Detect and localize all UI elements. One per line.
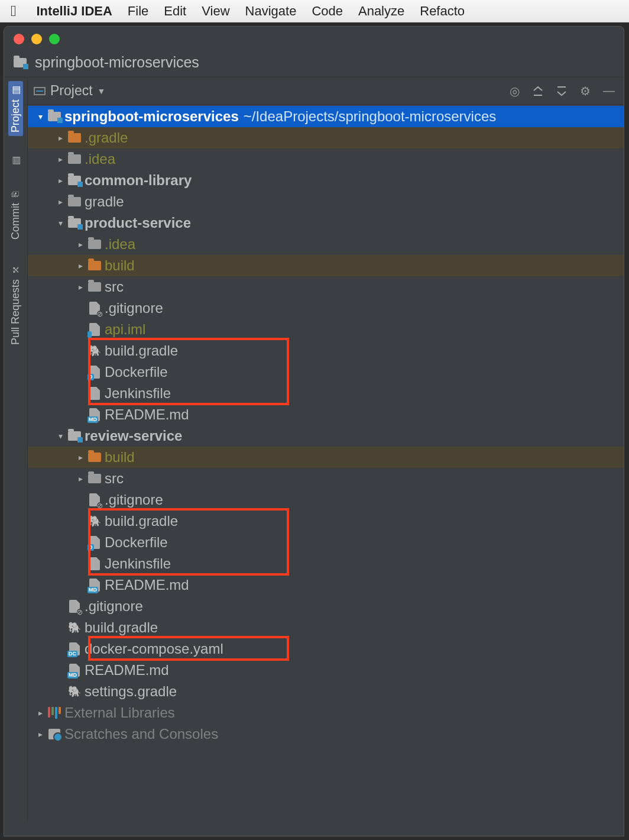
tree-row-review-service[interactable]: ▾review-service — [28, 425, 624, 447]
gradle-file-icon: 🐘 — [67, 622, 82, 633]
tree-label: Jenkinsfile — [105, 385, 171, 402]
folder-icon — [87, 282, 102, 292]
window-close-icon[interactable] — [14, 34, 24, 44]
hide-panel-icon[interactable]: — — [600, 82, 618, 100]
tree-label: gradle — [85, 193, 124, 210]
tree-row-rs-build[interactable]: ▸build — [28, 447, 624, 468]
menu-view[interactable]: View — [202, 4, 229, 19]
tree-label: settings.gradle — [85, 683, 177, 700]
tree-row-common-lib[interactable]: ▸common-library — [28, 170, 624, 191]
chevron-right-icon[interactable]: ▸ — [34, 729, 47, 739]
tree-row-ps-buildgradle[interactable]: 🐘build.gradle — [28, 340, 624, 361]
tree-row-rs-gitignore[interactable]: .gitignore — [28, 489, 624, 511]
expand-all-icon[interactable] — [529, 82, 547, 100]
chevron-down-icon[interactable]: ▾ — [54, 431, 67, 441]
file-icon — [87, 557, 102, 570]
menu-analyze[interactable]: Analyze — [358, 4, 404, 19]
tree-row-root[interactable]: ▾springboot-microservices~/IdeaProjects/… — [28, 106, 624, 127]
collapse-all-icon[interactable] — [553, 82, 570, 100]
tree-row-ps-readme[interactable]: MDREADME.md — [28, 404, 624, 425]
pull-request-icon: ⤱ — [10, 266, 21, 274]
tool-tab-project[interactable]: Project ▥ — [8, 81, 23, 136]
tool-tab-pull-requests[interactable]: Pull Requests ⤱ — [8, 261, 23, 348]
menu-navigate[interactable]: Navigate — [245, 4, 297, 19]
tree-row-ps-gitignore[interactable]: .gitignore — [28, 298, 624, 319]
tree-row-root-settings[interactable]: 🐘settings.gradle — [28, 681, 624, 702]
menu-refactor[interactable]: Refacto — [420, 4, 465, 19]
tool-tab-commit[interactable]: Commit ⎘ — [8, 185, 23, 243]
tree-label: docker-compose.yaml — [85, 641, 223, 657]
tree-row-ps-build[interactable]: ▸build — [28, 255, 624, 276]
tool-tab-structure[interactable]: ▤ — [10, 154, 21, 167]
chevron-down-icon[interactable]: ▾ — [34, 112, 47, 121]
project-view-selector[interactable]: Project ▼ — [34, 83, 105, 99]
chevron-right-icon[interactable]: ▸ — [74, 240, 87, 249]
tree-label: api.iml — [105, 321, 145, 338]
module-folder-icon — [67, 176, 82, 185]
menu-file[interactable]: File — [128, 4, 148, 19]
chevron-right-icon[interactable]: ▸ — [54, 176, 67, 185]
tree-row-scratches[interactable]: ▸Scratches and Consoles — [28, 723, 624, 745]
tree-label: README.md — [105, 577, 189, 593]
folder-icon — [87, 474, 102, 483]
locate-icon[interactable]: ◎ — [505, 82, 523, 100]
tree-row-rs-jenkins[interactable]: Jenkinsfile — [28, 553, 624, 574]
tree-row-gradle-dir[interactable]: ▸gradle — [28, 191, 624, 212]
tree-row-ext-libs[interactable]: ▸External Libraries — [28, 702, 624, 723]
chevron-right-icon[interactable]: ▸ — [74, 282, 87, 292]
tree-row-rs-src[interactable]: ▸src — [28, 468, 624, 489]
tree-label: common-library — [85, 172, 192, 189]
tree-row-ps-idea[interactable]: ▸.idea — [28, 234, 624, 255]
tree-row-ps-src[interactable]: ▸src — [28, 276, 624, 298]
window-controls — [4, 27, 624, 48]
folder-icon — [87, 240, 102, 249]
tree-row-gradle-dot[interactable]: ▸.gradle — [28, 127, 624, 148]
navigation-bar[interactable]: springboot-microservices — [4, 48, 624, 77]
module-folder-icon — [67, 431, 82, 441]
file-icon — [87, 387, 102, 400]
apple-logon-icon[interactable]:  — [11, 2, 17, 20]
module-folder-icon — [67, 218, 82, 228]
tree-row-ps-apiiml[interactable]: api.iml — [28, 319, 624, 340]
window-minimize-icon[interactable] — [31, 34, 42, 44]
chevron-down-icon[interactable]: ▾ — [54, 218, 67, 228]
project-view-icon — [34, 87, 46, 95]
tree-label: Dockerfile — [105, 534, 168, 551]
tree-row-idea-dot[interactable]: ▸.idea — [28, 148, 624, 170]
chevron-right-icon[interactable]: ▸ — [54, 197, 67, 206]
menubar-app-name[interactable]: IntelliJ IDEA — [37, 4, 112, 19]
tree-row-root-dockercompose[interactable]: DCdocker-compose.yaml — [28, 638, 624, 660]
chevron-right-icon[interactable]: ▸ — [34, 708, 47, 718]
chevron-right-icon[interactable]: ▸ — [74, 261, 87, 270]
tree-row-product-service[interactable]: ▾product-service — [28, 212, 624, 234]
tree-label: review-service — [85, 428, 182, 444]
chevron-right-icon[interactable]: ▸ — [54, 133, 67, 143]
tree-row-rs-buildgradle[interactable]: 🐘build.gradle — [28, 511, 624, 532]
tree-row-rs-docker[interactable]: DDockerfile — [28, 532, 624, 553]
chevron-right-icon[interactable]: ▸ — [74, 453, 87, 462]
chevron-right-icon[interactable]: ▸ — [54, 154, 67, 164]
dockerfile-icon: D — [87, 366, 102, 379]
project-tree[interactable]: ▾springboot-microservices~/IdeaProjects/… — [28, 105, 624, 822]
window-zoom-icon[interactable] — [49, 34, 60, 44]
breadcrumb-root[interactable]: springboot-microservices — [35, 54, 199, 71]
tree-row-root-buildgradle[interactable]: 🐘build.gradle — [28, 617, 624, 638]
tree-row-ps-docker[interactable]: DDockerfile — [28, 361, 624, 383]
gradle-file-icon: 🐘 — [67, 686, 82, 697]
gitignore-file-icon — [67, 600, 82, 613]
settings-gear-icon[interactable]: ⚙ — [576, 82, 594, 100]
menu-code[interactable]: Code — [312, 4, 343, 19]
left-tool-strip: Project ▥ ▤ Commit ⎘ Pull Requests ⤱ — [4, 77, 28, 822]
tree-row-ps-jenkins[interactable]: Jenkinsfile — [28, 383, 624, 404]
tree-label: README.md — [105, 406, 189, 423]
tree-row-root-readme[interactable]: MDREADME.md — [28, 660, 624, 681]
tree-label: .gradle — [85, 130, 128, 146]
markdown-file-icon: MD — [87, 579, 102, 592]
dockerfile-icon: D — [87, 536, 102, 549]
tree-row-root-gitignore[interactable]: .gitignore — [28, 596, 624, 617]
tree-row-rs-readme[interactable]: MDREADME.md — [28, 574, 624, 596]
tree-label: .idea — [105, 236, 135, 253]
excluded-folder-icon — [87, 261, 102, 270]
chevron-right-icon[interactable]: ▸ — [74, 474, 87, 483]
menu-edit[interactable]: Edit — [164, 4, 186, 19]
